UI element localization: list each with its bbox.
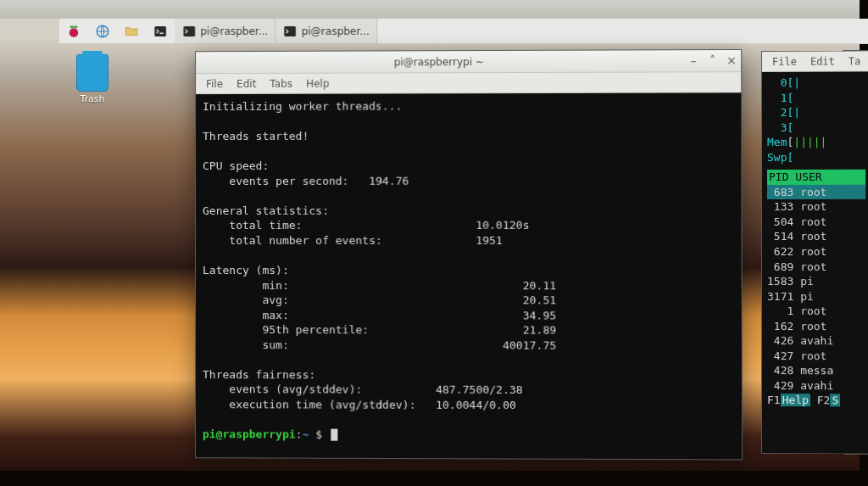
svg-rect-5 — [184, 25, 196, 36]
trash-label: Trash — [76, 93, 108, 104]
term-line: total number of events: 1951 — [203, 234, 503, 247]
process-row[interactable]: 429 avahi — [767, 378, 865, 394]
taskbar-task-label: pi@raspber... — [302, 25, 370, 36]
terminal-prompt: pi@raspberrypi:~ $ — [203, 427, 329, 441]
globe-icon — [95, 23, 110, 38]
menu-tabs[interactable]: Tabs — [270, 77, 292, 89]
process-row[interactable]: 683 root — [767, 185, 865, 200]
process-row[interactable]: 426 avahi — [767, 333, 865, 349]
process-row[interactable]: 3171 pi — [767, 289, 865, 304]
window-titlebar[interactable]: pi@raspberrypi ~ – ˄ × — [196, 50, 741, 74]
term-line: total time: 10.0120s — [203, 219, 529, 232]
taskbar-task-1[interactable]: pi@raspber... — [275, 19, 377, 43]
htop-menubar: File Edit Ta — [762, 51, 868, 72]
process-row[interactable]: 1 root — [767, 304, 865, 319]
folder-icon — [124, 23, 139, 38]
svg-rect-4 — [154, 25, 166, 36]
window-menubar: File Edit Tabs Help — [196, 72, 741, 94]
htop-window: File Edit Ta 0[| 1[ 2[| 3[ Mem[||||| Swp… — [761, 50, 868, 454]
terminal-window: pi@raspberrypi ~ – ˄ × File Edit Tabs He… — [195, 49, 743, 460]
process-header[interactable]: PID USER — [767, 170, 865, 185]
term-line: General statistics: — [203, 204, 329, 217]
process-row[interactable]: 428 messa — [767, 363, 865, 378]
svg-point-2 — [74, 25, 78, 28]
taskbar-task-label: pi@raspber... — [200, 25, 268, 36]
taskbar: pi@raspber... pi@raspber... — [59, 19, 868, 45]
terminal-icon — [282, 23, 298, 38]
menu-help[interactable]: Help — [306, 77, 329, 89]
process-row[interactable]: 1583 pi — [767, 274, 865, 289]
term-line: execution time (avg/stddev): 10.0044/0.0… — [203, 398, 516, 411]
process-row[interactable]: 622 root — [767, 244, 865, 260]
terminal-cursor — [331, 429, 337, 441]
term-line: events (avg/stddev): 487.7500/2.38 — [203, 383, 523, 396]
process-row[interactable]: 689 root — [767, 260, 865, 275]
svg-rect-6 — [285, 25, 297, 36]
terminal-icon — [181, 23, 197, 38]
menu-file[interactable]: File — [772, 55, 797, 67]
cpu-bar-3: 3[ — [767, 120, 865, 135]
file-manager-launcher[interactable] — [117, 19, 146, 43]
raspberry-icon — [66, 23, 81, 38]
close-button[interactable]: × — [726, 55, 737, 67]
cpu-bar-0: 0[| — [767, 75, 865, 90]
menu-edit[interactable]: Edit — [810, 55, 835, 67]
term-line: Threads fairness: — [203, 368, 315, 381]
htop-footer: F1Help F2S — [767, 394, 840, 407]
taskbar-task-0[interactable]: pi@raspber... — [175, 19, 275, 43]
terminal-launcher[interactable] — [146, 19, 175, 43]
process-row[interactable]: 427 root — [767, 349, 865, 364]
term-line: min: 20.11 — [203, 279, 556, 292]
cpu-bar-2: 2[| — [767, 105, 865, 120]
process-row[interactable]: 514 root — [767, 229, 865, 244]
menu-edit[interactable]: Edit — [236, 77, 256, 89]
start-menu-button[interactable] — [59, 19, 88, 43]
term-line: Initializing worker threads... — [203, 99, 402, 113]
mem-bar: Mem[||||| — [767, 135, 865, 150]
term-line: events per second: 194.76 — [203, 174, 409, 187]
prompt-dollar: $ — [309, 428, 329, 441]
menu-file[interactable]: File — [206, 78, 223, 90]
web-browser-launcher[interactable] — [88, 19, 117, 43]
svg-point-0 — [70, 28, 78, 37]
process-row[interactable]: 133 root — [767, 199, 865, 215]
term-line: 95th percentile: 21.89 — [203, 323, 556, 337]
swp-bar: Swp[ — [767, 149, 865, 165]
term-line: Latency (ms): — [203, 264, 289, 277]
process-row[interactable]: 504 root — [767, 215, 865, 230]
htop-body[interactable]: 0[| 1[ 2[| 3[ Mem[||||| Swp[ PID USER 68… — [762, 71, 868, 411]
maximize-button[interactable]: ˄ — [706, 55, 718, 67]
desktop-trash[interactable]: Trash — [76, 54, 108, 104]
window-title: pi@raspberrypi ~ — [196, 55, 684, 69]
term-line: CPU speed: — [203, 159, 269, 172]
svg-point-1 — [70, 25, 73, 28]
terminal-body[interactable]: Initializing worker threads... Threads s… — [196, 92, 742, 459]
term-line: sum: 40017.75 — [203, 338, 556, 352]
process-row[interactable]: 162 root — [767, 319, 865, 334]
prompt-user: pi@raspberrypi — [203, 427, 296, 440]
term-line: Threads started! — [203, 130, 309, 142]
term-line: avg: 20.51 — [203, 293, 556, 306]
minimize-button[interactable]: – — [687, 55, 699, 67]
cpu-bar-1: 1[ — [767, 90, 865, 105]
menu-tabs[interactable]: Ta — [849, 55, 861, 67]
term-line: max: 34.95 — [203, 309, 556, 321]
terminal-icon — [153, 23, 168, 38]
trash-icon — [76, 54, 108, 92]
